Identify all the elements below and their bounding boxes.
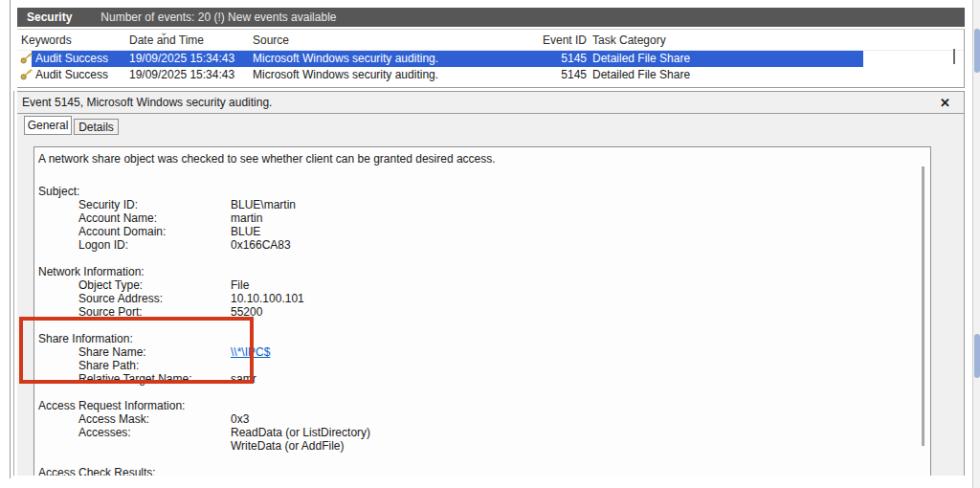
cell-taskcategory: Detailed File Share bbox=[592, 67, 690, 83]
cell-eventid: 5145 bbox=[504, 67, 587, 83]
cell-keywords: Audit Success bbox=[35, 51, 108, 67]
field-value: BLUE\martin bbox=[231, 198, 296, 211]
field-label: Access Mask: bbox=[78, 412, 231, 426]
key-icon bbox=[20, 52, 33, 69]
close-icon[interactable]: ✕ bbox=[940, 92, 950, 114]
section-row: Source Address:10.10.100.101 bbox=[38, 292, 930, 305]
field-value: File bbox=[231, 278, 249, 292]
column-header-taskcategory[interactable]: Task Category bbox=[592, 33, 666, 47]
cell-source: Microsoft Windows security auditing. bbox=[253, 67, 438, 83]
section-row: Access Mask:0x3 bbox=[38, 412, 930, 426]
field-value: BLUE bbox=[231, 225, 260, 238]
column-header-eventid[interactable]: Event ID bbox=[504, 33, 587, 47]
field-value: ReadData (or ListDirectory) bbox=[231, 426, 370, 439]
field-label: Security ID: bbox=[78, 198, 231, 211]
tab-details[interactable]: Details bbox=[74, 119, 119, 135]
field-value: WriteData (or AddFile) bbox=[231, 439, 344, 453]
event-detail-header: Event 5145, Microsoft Windows security a… bbox=[17, 92, 964, 114]
cell-keywords: Audit Success bbox=[35, 67, 108, 83]
column-header-source[interactable]: Source bbox=[253, 33, 289, 47]
field-value: 10.10.100.101 bbox=[231, 292, 304, 305]
section-row: Accesses:ReadData (or ListDirectory) bbox=[38, 426, 930, 439]
pane-left-border bbox=[13, 91, 14, 476]
tab-general[interactable]: General bbox=[24, 116, 72, 135]
field-label: Object Type: bbox=[78, 278, 231, 292]
annotation-highlight-box bbox=[19, 317, 254, 384]
page-scrollbar-thumb[interactable] bbox=[974, 29, 980, 73]
column-header-keywords[interactable]: Keywords bbox=[21, 33, 72, 47]
field-value: 0x3 bbox=[231, 412, 249, 426]
detail-tabs: General Details bbox=[17, 114, 964, 139]
field-label: Accesses: bbox=[78, 426, 231, 439]
cell-eventid: 5145 bbox=[504, 51, 587, 67]
column-header-datetime[interactable]: ⌄Date and Time bbox=[129, 33, 204, 47]
section-title: Network Information: bbox=[38, 265, 930, 278]
cell-source: Microsoft Windows security auditing. bbox=[253, 51, 438, 67]
event-section: Access Check Results:- bbox=[38, 466, 930, 476]
field-value: 0x166CA83 bbox=[231, 238, 291, 252]
section-title: Access Check Results: bbox=[38, 466, 930, 476]
field-label bbox=[78, 439, 231, 453]
sort-indicator-icon: ⌄ bbox=[160, 29, 167, 37]
field-label: Account Name: bbox=[78, 211, 231, 225]
field-value: martin bbox=[231, 211, 262, 225]
log-title-bar: Security Number of events: 20 (!) New ev… bbox=[17, 8, 965, 27]
page-scrollbar[interactable] bbox=[972, 0, 980, 488]
event-list-header: Keywords ⌄Date and Time Source Event ID … bbox=[17, 30, 964, 51]
section-row: Account Domain:BLUE bbox=[38, 225, 930, 238]
field-label: Source Address: bbox=[78, 292, 231, 305]
event-description-intro: A network share object was checked to se… bbox=[38, 152, 930, 166]
event-detail-pane: Event 5145, Microsoft Windows security a… bbox=[17, 91, 965, 476]
cell-datetime: 19/09/2025 15:34:43 bbox=[129, 67, 234, 83]
event-viewer-window: Security Number of events: 20 (!) New ev… bbox=[0, 0, 980, 488]
section-row: Logon ID:0x166CA83 bbox=[38, 238, 930, 252]
section-row: Security ID:BLUE\martin bbox=[38, 198, 930, 211]
event-section: Subject:Security ID:BLUE\martinAccount N… bbox=[38, 185, 930, 252]
table-row[interactable]: Audit Success19/09/2025 15:34:43Microsof… bbox=[17, 51, 964, 67]
event-list: Keywords ⌄Date and Time Source Event ID … bbox=[17, 29, 965, 88]
event-section: Network Information:Object Type:FileSour… bbox=[38, 265, 930, 319]
table-row[interactable]: Audit Success19/09/2025 15:34:43Microsof… bbox=[17, 67, 964, 83]
cell-datetime: 19/09/2025 15:34:43 bbox=[129, 51, 234, 67]
page-scrollbar-thumb[interactable] bbox=[974, 334, 980, 378]
event-list-scrollbar[interactable] bbox=[953, 49, 955, 64]
section-row: Account Name:martin bbox=[38, 211, 930, 225]
section-title: Access Request Information: bbox=[38, 399, 930, 412]
field-label: Logon ID: bbox=[78, 238, 231, 252]
field-label: Account Domain: bbox=[78, 225, 231, 238]
section-row: WriteData (or AddFile) bbox=[38, 439, 930, 453]
event-section: Access Request Information:Access Mask:0… bbox=[38, 399, 930, 453]
cell-taskcategory: Detailed File Share bbox=[592, 51, 690, 67]
event-description-area[interactable]: A network share object was checked to se… bbox=[33, 146, 931, 476]
log-name: Security bbox=[27, 11, 72, 24]
event-detail-title: Event 5145, Microsoft Windows security a… bbox=[22, 96, 272, 109]
window-left-border bbox=[10, 0, 11, 478]
event-description-scrollbar[interactable] bbox=[922, 166, 924, 446]
section-title: Subject: bbox=[38, 185, 930, 198]
key-icon bbox=[20, 68, 33, 85]
events-count-status: Number of events: 20 (!) New events avai… bbox=[100, 11, 336, 24]
section-row: Object Type:File bbox=[38, 278, 930, 292]
